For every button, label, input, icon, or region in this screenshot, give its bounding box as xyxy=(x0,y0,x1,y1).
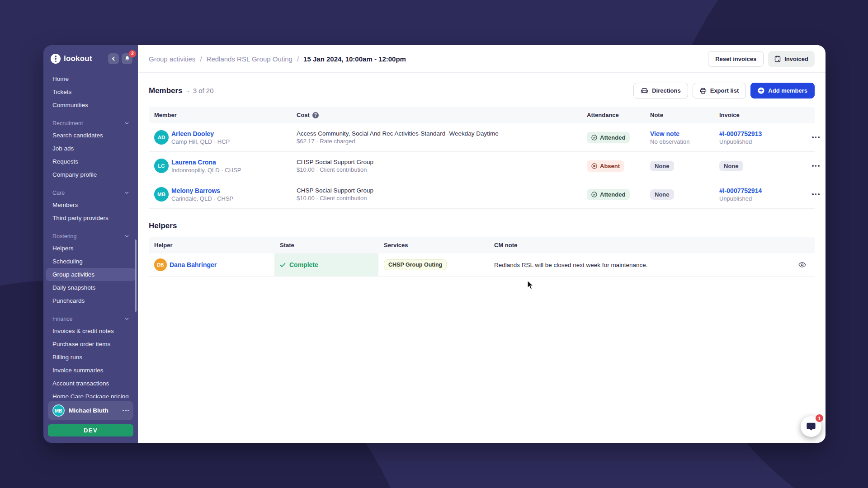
members-section-bar: Members 3 of 20 Directions Export list A… xyxy=(149,83,815,99)
breadcrumb-current-session: 15 Jan 2024, 10:00am - 12:00pm xyxy=(303,55,406,63)
printer-icon xyxy=(700,88,707,94)
sidebar-item-company-profile[interactable]: Company profile xyxy=(46,168,135,181)
main-panel: Group activities / Redlands RSL Group Ou… xyxy=(138,45,826,443)
sidebar-item-billing-runs[interactable]: Billing runs xyxy=(46,351,135,364)
col-state: State xyxy=(274,242,378,249)
sidebar: lookout 2 Home Tickets Communities Recru… xyxy=(43,45,138,443)
sidebar-item-requests[interactable]: Requests xyxy=(46,155,135,168)
sidebar-item-members[interactable]: Members xyxy=(46,198,135,211)
member-service: CHSP Social Support Group xyxy=(297,187,373,194)
view-note-link[interactable]: View note xyxy=(650,130,689,137)
members-count: 3 of 20 xyxy=(187,87,214,94)
invoice-status: Unpublished xyxy=(719,138,762,145)
helpers-title: Helpers xyxy=(149,221,177,230)
col-cm-note: CM note xyxy=(489,242,789,249)
sidebar-item-third-party-providers[interactable]: Third party providers xyxy=(46,211,135,225)
sidebar-header: lookout 2 xyxy=(43,45,138,65)
member-cost: $10.00 · Client contribution xyxy=(297,195,373,202)
dev-environment-button[interactable]: DEV xyxy=(48,424,133,436)
x-circle-icon xyxy=(591,163,597,169)
helpers-table-header: Helper State Services CM note xyxy=(149,237,815,253)
sidebar-item-helpers[interactable]: Helpers xyxy=(46,242,135,255)
chevron-left-icon xyxy=(111,56,116,61)
invoiced-status-button[interactable]: Invoiced xyxy=(768,51,815,67)
sidebar-item-account-transactions[interactable]: Account transactions xyxy=(46,377,135,390)
note-none-badge: None xyxy=(650,189,674,200)
sidebar-section-recruitment[interactable]: Recruitment xyxy=(46,118,135,129)
sidebar-section-care[interactable]: Care xyxy=(46,188,135,198)
member-name-link[interactable]: Melony Barrows xyxy=(171,187,233,194)
row-menu-ellipsis-icon[interactable] xyxy=(809,134,822,141)
chevron-down-icon xyxy=(125,191,129,195)
sidebar-item-tickets[interactable]: Tickets xyxy=(46,85,135,99)
sidebar-item-purchase-order-items[interactable]: Purchase order items xyxy=(46,338,135,351)
member-row: AD Arleen Dooley Camp Hill, QLD · HCP Ac… xyxy=(149,123,815,152)
sidebar-item-punchcards[interactable]: Punchcards xyxy=(46,294,135,307)
members-table-header: Member Cost ? Attendance Note Invoice xyxy=(149,107,815,123)
note-none-badge: None xyxy=(650,161,674,171)
col-invoice: Invoice xyxy=(714,112,804,118)
note-observation: No observation xyxy=(650,138,689,145)
helper-avatar: DB xyxy=(154,258,167,271)
view-details-eye-icon[interactable] xyxy=(795,253,809,276)
member-meta: Indooroopilly, QLD · CHSP xyxy=(171,167,241,174)
sidebar-item-daily-snapshots[interactable]: Daily snapshots xyxy=(46,281,135,294)
attendance-badge[interactable]: Attended xyxy=(587,189,630,200)
helper-row: DB Dana Bahringer Complete CHSP Group Ou… xyxy=(149,253,815,277)
sidebar-item-job-ads[interactable]: Job ads xyxy=(46,142,135,155)
chevron-down-icon xyxy=(125,317,129,321)
invoice-link[interactable]: #I-0007752914 xyxy=(719,187,762,194)
sidebar-item-invoice-summaries[interactable]: Invoice summaries xyxy=(46,364,135,377)
user-menu-ellipsis-icon[interactable] xyxy=(123,410,129,411)
sidebar-section-finance[interactable]: Finance xyxy=(46,314,135,324)
invoice-link[interactable]: #I-0007752913 xyxy=(719,130,762,137)
add-members-button[interactable]: Add members xyxy=(750,83,815,99)
sidebar-scrollbar[interactable] xyxy=(135,239,137,312)
sidebar-item-scheduling[interactable]: Scheduling xyxy=(46,255,135,268)
export-list-button[interactable]: Export list xyxy=(693,83,746,99)
check-icon xyxy=(280,263,286,267)
chat-launcher-button[interactable]: 1 xyxy=(801,416,821,437)
collapse-sidebar-button[interactable] xyxy=(108,53,119,64)
attendance-badge[interactable]: Attended xyxy=(587,132,630,143)
cost-help-icon[interactable]: ? xyxy=(312,112,319,118)
member-name-link[interactable]: Arleen Dooley xyxy=(171,130,230,137)
member-cost: $10.00 · Client contribution xyxy=(297,166,373,173)
notification-count-badge: 2 xyxy=(129,50,136,57)
sidebar-item-group-activities[interactable]: Group activities xyxy=(46,268,135,281)
breadcrumb-group-activities[interactable]: Group activities xyxy=(149,55,195,63)
helpers-section-bar: Helpers xyxy=(149,221,815,230)
chat-unread-badge: 1 xyxy=(816,414,823,422)
col-helper: Helper xyxy=(149,242,274,249)
col-member: Member xyxy=(149,112,291,118)
col-note: Note xyxy=(645,112,714,118)
notifications-button[interactable]: 2 xyxy=(122,53,132,64)
member-service: CHSP Social Support Group xyxy=(297,159,373,165)
row-menu-ellipsis-icon[interactable] xyxy=(809,191,822,198)
lookout-logo-icon xyxy=(51,54,61,64)
helper-name-link[interactable]: Dana Bahringer xyxy=(170,261,217,268)
breadcrumb-activity-name[interactable]: Redlands RSL Group Outing xyxy=(207,55,292,63)
sidebar-section-rostering[interactable]: Rostering xyxy=(46,231,135,242)
sidebar-item-home[interactable]: Home xyxy=(46,72,135,85)
sidebar-item-invoices-credit-notes[interactable]: Invoices & credit notes xyxy=(46,324,135,338)
bell-icon xyxy=(124,56,130,61)
sidebar-item-home-care-package-pricing[interactable]: Home Care Package pricing xyxy=(46,390,135,398)
service-badge: CHSP Group Outing xyxy=(384,259,447,270)
app-logo[interactable]: lookout xyxy=(51,54,92,64)
helpers-table: Helper State Services CM note DB Dana Ba… xyxy=(149,237,815,277)
members-table: Member Cost ? Attendance Note Invoice AD xyxy=(149,107,815,209)
invoice-icon xyxy=(774,56,781,62)
chevron-down-icon xyxy=(125,234,129,238)
page-header: Group activities / Redlands RSL Group Ou… xyxy=(138,45,826,73)
user-profile[interactable]: MB Michael Bluth xyxy=(48,401,133,420)
row-menu-ellipsis-icon[interactable] xyxy=(809,162,822,169)
sidebar-item-search-candidates[interactable]: Search candidates xyxy=(46,129,135,142)
directions-button[interactable]: Directions xyxy=(633,83,688,99)
page-content: Members 3 of 20 Directions Export list A… xyxy=(138,73,826,443)
col-services: Services xyxy=(378,242,489,249)
sidebar-item-communities[interactable]: Communities xyxy=(46,99,135,112)
attendance-badge[interactable]: Absent xyxy=(587,160,624,172)
member-name-link[interactable]: Laurena Crona xyxy=(171,159,241,166)
reset-invoices-button[interactable]: Reset invoices xyxy=(708,51,764,67)
